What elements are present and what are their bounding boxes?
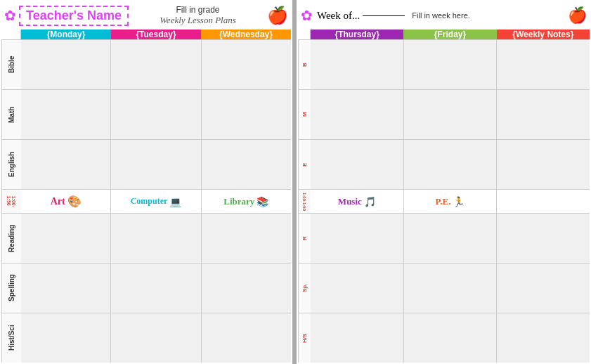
english-wednesday-cell[interactable] (202, 140, 291, 189)
days-header-left: {Monday} {Tuesday} {Wednesday} (1, 30, 291, 40)
header-left: ✿ Teacher's Name Fill in grade Weekly Le… (1, 1, 291, 30)
apple-icon-left: 🍎 (267, 6, 288, 25)
sp-thursday-cell[interactable] (311, 264, 404, 313)
e-friday-cell[interactable] (404, 140, 498, 189)
b-thursday-cell[interactable] (311, 40, 404, 89)
english-monday-cell[interactable] (21, 140, 111, 189)
hs-row: H/S (298, 313, 590, 363)
art-cell: Art 🎨 (21, 190, 111, 213)
reading-tuesday-cell[interactable] (111, 214, 201, 263)
e-thursday-cell[interactable] (311, 140, 404, 189)
histsci-row: Hist/Sci (1, 313, 291, 363)
bible-row: Bible (1, 40, 291, 90)
hs-label: H/S (298, 313, 311, 363)
hs-notes-cell[interactable] (497, 313, 590, 363)
fill-week-label: Fill in week here. (412, 11, 470, 20)
sp-label: Sp. (298, 264, 311, 313)
b-row: B (298, 40, 590, 90)
teacher-name-box[interactable]: Teacher's Name (19, 6, 129, 26)
m-friday-cell[interactable] (404, 90, 498, 139)
week-of-label: Week of... (317, 10, 360, 22)
left-rows: Bible Math English 1: (1, 40, 291, 363)
apple-icon-right: 🍎 (568, 6, 587, 25)
r-notes-cell[interactable] (497, 214, 590, 263)
m-label: M (298, 90, 311, 139)
friday-header: {Friday} (403, 30, 496, 39)
monday-header: {Monday} (21, 30, 111, 39)
sp-notes-cell[interactable] (497, 264, 590, 313)
spelling-row: Spelling (1, 264, 291, 313)
spelling-wednesday-cell[interactable] (202, 264, 291, 313)
wednesday-header: {Wednesday} (201, 30, 291, 39)
r-friday-cell[interactable] (404, 214, 498, 263)
right-rows: B M E 1:00-1:50 (298, 40, 590, 363)
e-row: E (298, 140, 590, 190)
music-icon: 🎵 (364, 196, 376, 207)
days-header-right: {Thursday} {Friday} {Weekly Notes} (298, 30, 590, 40)
music-cell: Music 🎵 (311, 190, 404, 213)
bible-tuesday-cell[interactable] (111, 40, 201, 89)
left-panel: ✿ Teacher's Name Fill in grade Weekly Le… (0, 0, 294, 364)
spelling-tuesday-cell[interactable] (111, 264, 201, 313)
art-label: Art 🎨 (51, 195, 82, 208)
reading-row: Reading (1, 214, 291, 264)
art-text: Art (51, 196, 65, 207)
english-row: English (1, 140, 291, 190)
histsci-label: Hist/Sci (1, 313, 21, 363)
left-grid: {Monday} {Tuesday} {Wednesday} Bible Mat… (1, 30, 291, 363)
special-time-label-right: 1:00-1:50 (298, 190, 311, 213)
flower-icon-right: ✿ (301, 7, 313, 24)
library-text: Library (223, 196, 254, 207)
m-notes-cell[interactable] (497, 90, 590, 139)
b-label: B (298, 40, 311, 89)
computer-label: Computer 💻 (131, 196, 182, 207)
m-thursday-cell[interactable] (311, 90, 404, 139)
week-of-text: Week of... (317, 10, 405, 22)
special-time-label-left: 1:00-1:50 (1, 190, 21, 213)
library-label: Library 📚 (223, 196, 268, 207)
r-row: R (298, 214, 590, 264)
special-row-right: 1:00-1:50 Music 🎵 P.E. 🏃 (298, 190, 590, 214)
e-notes-cell[interactable] (497, 140, 590, 189)
histsci-tuesday-cell[interactable] (111, 313, 201, 363)
math-monday-cell[interactable] (21, 90, 111, 139)
weekly-notes-header: {Weekly Notes} (497, 30, 590, 39)
bible-monday-cell[interactable] (21, 40, 111, 89)
pe-text: P.E. (436, 196, 451, 207)
pe-label: P.E. 🏃 (436, 196, 465, 207)
reading-monday-cell[interactable] (21, 214, 111, 263)
spelling-label: Spelling (1, 264, 21, 313)
computer-icon: 💻 (169, 196, 181, 207)
m-row: M (298, 90, 590, 140)
sp-row: Sp. (298, 264, 590, 313)
header-right: ✿ Week of... Fill in week here. 🍎 (298, 1, 590, 30)
english-label: English (1, 140, 21, 189)
pe-cell: P.E. 🏃 (404, 190, 498, 213)
pe-icon: 🏃 (453, 196, 465, 207)
special-row-left: 1:00-1:50 Art 🎨 Computer 💻 Li (1, 190, 291, 214)
reading-wednesday-cell[interactable] (202, 214, 291, 263)
music-text: Music (338, 196, 362, 207)
english-tuesday-cell[interactable] (111, 140, 201, 189)
weekly-lesson-plans-label: Weekly Lesson Plans (160, 15, 236, 26)
reading-label: Reading (1, 214, 21, 263)
sp-friday-cell[interactable] (404, 264, 498, 313)
spelling-monday-cell[interactable] (21, 264, 111, 313)
library-cell: Library 📚 (202, 190, 291, 213)
bible-wednesday-cell[interactable] (202, 40, 291, 89)
header-center: Fill in grade Weekly Lesson Plans (160, 5, 236, 26)
tuesday-header: {Tuesday} (111, 30, 201, 39)
histsci-wednesday-cell[interactable] (202, 313, 291, 363)
special-notes-cell[interactable] (497, 190, 590, 213)
b-friday-cell[interactable] (404, 40, 498, 89)
library-icon: 📚 (256, 196, 268, 207)
histsci-monday-cell[interactable] (21, 313, 111, 363)
hs-friday-cell[interactable] (404, 313, 498, 363)
math-tuesday-cell[interactable] (111, 90, 201, 139)
hs-thursday-cell[interactable] (311, 313, 404, 363)
b-notes-cell[interactable] (497, 40, 590, 89)
r-thursday-cell[interactable] (311, 214, 404, 263)
art-icon: 🎨 (67, 195, 82, 208)
math-wednesday-cell[interactable] (202, 90, 291, 139)
week-underline (363, 15, 405, 16)
